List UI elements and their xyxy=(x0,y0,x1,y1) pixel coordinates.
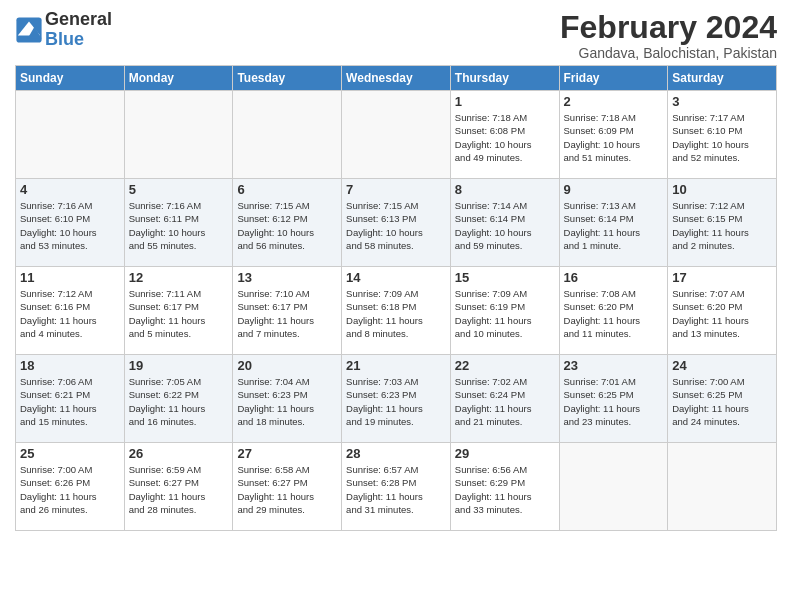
location-subtitle: Gandava, Balochistan, Pakistan xyxy=(560,45,777,61)
calendar-cell: 2Sunrise: 7:18 AM Sunset: 6:09 PM Daylig… xyxy=(559,91,668,179)
day-info: Sunrise: 7:18 AM Sunset: 6:09 PM Dayligh… xyxy=(564,111,664,164)
day-number: 10 xyxy=(672,182,772,197)
day-info: Sunrise: 7:15 AM Sunset: 6:13 PM Dayligh… xyxy=(346,199,446,252)
calendar-cell xyxy=(124,91,233,179)
day-info: Sunrise: 7:05 AM Sunset: 6:22 PM Dayligh… xyxy=(129,375,229,428)
logo-icon xyxy=(15,16,43,44)
day-info: Sunrise: 6:58 AM Sunset: 6:27 PM Dayligh… xyxy=(237,463,337,516)
day-number: 23 xyxy=(564,358,664,373)
calendar-cell: 20Sunrise: 7:04 AM Sunset: 6:23 PM Dayli… xyxy=(233,355,342,443)
day-info: Sunrise: 7:14 AM Sunset: 6:14 PM Dayligh… xyxy=(455,199,555,252)
day-number: 21 xyxy=(346,358,446,373)
day-number: 17 xyxy=(672,270,772,285)
calendar-cell: 24Sunrise: 7:00 AM Sunset: 6:25 PM Dayli… xyxy=(668,355,777,443)
calendar-cell: 19Sunrise: 7:05 AM Sunset: 6:22 PM Dayli… xyxy=(124,355,233,443)
calendar-header-thursday: Thursday xyxy=(450,66,559,91)
day-number: 19 xyxy=(129,358,229,373)
day-number: 6 xyxy=(237,182,337,197)
day-info: Sunrise: 6:57 AM Sunset: 6:28 PM Dayligh… xyxy=(346,463,446,516)
day-number: 14 xyxy=(346,270,446,285)
logo-blue: Blue xyxy=(45,29,84,49)
calendar-cell: 10Sunrise: 7:12 AM Sunset: 6:15 PM Dayli… xyxy=(668,179,777,267)
day-number: 9 xyxy=(564,182,664,197)
calendar-cell: 29Sunrise: 6:56 AM Sunset: 6:29 PM Dayli… xyxy=(450,443,559,531)
day-info: Sunrise: 7:15 AM Sunset: 6:12 PM Dayligh… xyxy=(237,199,337,252)
day-number: 16 xyxy=(564,270,664,285)
calendar-cell: 22Sunrise: 7:02 AM Sunset: 6:24 PM Dayli… xyxy=(450,355,559,443)
calendar-cell: 5Sunrise: 7:16 AM Sunset: 6:11 PM Daylig… xyxy=(124,179,233,267)
day-info: Sunrise: 7:09 AM Sunset: 6:19 PM Dayligh… xyxy=(455,287,555,340)
day-info: Sunrise: 7:00 AM Sunset: 6:26 PM Dayligh… xyxy=(20,463,120,516)
calendar-header-tuesday: Tuesday xyxy=(233,66,342,91)
calendar-cell: 23Sunrise: 7:01 AM Sunset: 6:25 PM Dayli… xyxy=(559,355,668,443)
day-info: Sunrise: 7:07 AM Sunset: 6:20 PM Dayligh… xyxy=(672,287,772,340)
day-info: Sunrise: 6:59 AM Sunset: 6:27 PM Dayligh… xyxy=(129,463,229,516)
logo-general: General xyxy=(45,9,112,29)
day-number: 29 xyxy=(455,446,555,461)
day-info: Sunrise: 7:02 AM Sunset: 6:24 PM Dayligh… xyxy=(455,375,555,428)
calendar-cell: 6Sunrise: 7:15 AM Sunset: 6:12 PM Daylig… xyxy=(233,179,342,267)
page-container: General Blue February 2024 Gandava, Balo… xyxy=(0,0,792,536)
day-number: 28 xyxy=(346,446,446,461)
day-info: Sunrise: 7:06 AM Sunset: 6:21 PM Dayligh… xyxy=(20,375,120,428)
calendar-cell: 26Sunrise: 6:59 AM Sunset: 6:27 PM Dayli… xyxy=(124,443,233,531)
header: General Blue February 2024 Gandava, Balo… xyxy=(15,10,777,61)
calendar-table: SundayMondayTuesdayWednesdayThursdayFrid… xyxy=(15,65,777,531)
calendar-cell: 14Sunrise: 7:09 AM Sunset: 6:18 PM Dayli… xyxy=(342,267,451,355)
calendar-week-5: 25Sunrise: 7:00 AM Sunset: 6:26 PM Dayli… xyxy=(16,443,777,531)
calendar-cell: 1Sunrise: 7:18 AM Sunset: 6:08 PM Daylig… xyxy=(450,91,559,179)
day-number: 24 xyxy=(672,358,772,373)
calendar-cell xyxy=(342,91,451,179)
month-title: February 2024 xyxy=(560,10,777,45)
calendar-header-wednesday: Wednesday xyxy=(342,66,451,91)
calendar-week-2: 4Sunrise: 7:16 AM Sunset: 6:10 PM Daylig… xyxy=(16,179,777,267)
calendar-cell: 21Sunrise: 7:03 AM Sunset: 6:23 PM Dayli… xyxy=(342,355,451,443)
day-number: 18 xyxy=(20,358,120,373)
title-area: February 2024 Gandava, Balochistan, Paki… xyxy=(560,10,777,61)
calendar-cell: 4Sunrise: 7:16 AM Sunset: 6:10 PM Daylig… xyxy=(16,179,125,267)
calendar-cell: 13Sunrise: 7:10 AM Sunset: 6:17 PM Dayli… xyxy=(233,267,342,355)
day-number: 26 xyxy=(129,446,229,461)
calendar-cell xyxy=(16,91,125,179)
day-info: Sunrise: 7:11 AM Sunset: 6:17 PM Dayligh… xyxy=(129,287,229,340)
calendar-header-monday: Monday xyxy=(124,66,233,91)
calendar-cell: 12Sunrise: 7:11 AM Sunset: 6:17 PM Dayli… xyxy=(124,267,233,355)
day-number: 25 xyxy=(20,446,120,461)
day-number: 2 xyxy=(564,94,664,109)
logo: General Blue xyxy=(15,10,112,50)
day-info: Sunrise: 7:12 AM Sunset: 6:16 PM Dayligh… xyxy=(20,287,120,340)
calendar-week-3: 11Sunrise: 7:12 AM Sunset: 6:16 PM Dayli… xyxy=(16,267,777,355)
day-number: 20 xyxy=(237,358,337,373)
day-info: Sunrise: 6:56 AM Sunset: 6:29 PM Dayligh… xyxy=(455,463,555,516)
calendar-cell: 17Sunrise: 7:07 AM Sunset: 6:20 PM Dayli… xyxy=(668,267,777,355)
calendar-header-friday: Friday xyxy=(559,66,668,91)
day-number: 13 xyxy=(237,270,337,285)
calendar-week-4: 18Sunrise: 7:06 AM Sunset: 6:21 PM Dayli… xyxy=(16,355,777,443)
calendar-cell: 25Sunrise: 7:00 AM Sunset: 6:26 PM Dayli… xyxy=(16,443,125,531)
day-info: Sunrise: 7:18 AM Sunset: 6:08 PM Dayligh… xyxy=(455,111,555,164)
day-number: 27 xyxy=(237,446,337,461)
day-info: Sunrise: 7:09 AM Sunset: 6:18 PM Dayligh… xyxy=(346,287,446,340)
day-number: 11 xyxy=(20,270,120,285)
calendar-cell xyxy=(233,91,342,179)
day-number: 3 xyxy=(672,94,772,109)
calendar-cell: 18Sunrise: 7:06 AM Sunset: 6:21 PM Dayli… xyxy=(16,355,125,443)
calendar-header-saturday: Saturday xyxy=(668,66,777,91)
calendar-cell: 8Sunrise: 7:14 AM Sunset: 6:14 PM Daylig… xyxy=(450,179,559,267)
calendar-cell: 7Sunrise: 7:15 AM Sunset: 6:13 PM Daylig… xyxy=(342,179,451,267)
calendar-cell: 11Sunrise: 7:12 AM Sunset: 6:16 PM Dayli… xyxy=(16,267,125,355)
day-info: Sunrise: 7:01 AM Sunset: 6:25 PM Dayligh… xyxy=(564,375,664,428)
calendar-cell: 27Sunrise: 6:58 AM Sunset: 6:27 PM Dayli… xyxy=(233,443,342,531)
calendar-cell xyxy=(668,443,777,531)
day-number: 1 xyxy=(455,94,555,109)
day-info: Sunrise: 7:12 AM Sunset: 6:15 PM Dayligh… xyxy=(672,199,772,252)
day-number: 8 xyxy=(455,182,555,197)
calendar-cell: 28Sunrise: 6:57 AM Sunset: 6:28 PM Dayli… xyxy=(342,443,451,531)
calendar-header-row: SundayMondayTuesdayWednesdayThursdayFrid… xyxy=(16,66,777,91)
day-number: 7 xyxy=(346,182,446,197)
calendar-cell: 16Sunrise: 7:08 AM Sunset: 6:20 PM Dayli… xyxy=(559,267,668,355)
day-info: Sunrise: 7:04 AM Sunset: 6:23 PM Dayligh… xyxy=(237,375,337,428)
day-info: Sunrise: 7:13 AM Sunset: 6:14 PM Dayligh… xyxy=(564,199,664,252)
day-number: 12 xyxy=(129,270,229,285)
calendar-cell xyxy=(559,443,668,531)
